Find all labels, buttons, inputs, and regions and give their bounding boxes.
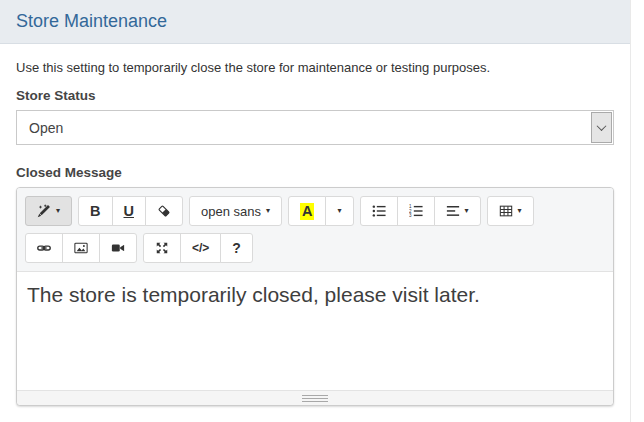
store-status-select[interactable]: Open — [16, 110, 614, 145]
font-color-icon: A — [300, 203, 314, 220]
code-view-icon: </> — [192, 241, 209, 255]
caret-down-icon: ▾ — [266, 207, 270, 215]
editor-statusbar — [17, 390, 613, 405]
bold-button[interactable]: B — [78, 196, 112, 226]
caret-down-icon: ▾ — [465, 207, 469, 215]
ordered-list-button[interactable]: 1 2 3 — [397, 196, 435, 226]
editor-paragraph: The store is temporarily closed, please … — [27, 283, 603, 307]
insert-picture-button[interactable] — [62, 233, 100, 263]
panel-body: Use this setting to temporarily close th… — [0, 44, 630, 406]
editor-resize-handle[interactable] — [302, 393, 328, 404]
store-maintenance-panel: Store Maintenance Use this setting to te… — [0, 0, 631, 422]
insert-link-button[interactable] — [25, 233, 63, 263]
font-family-dropdown-button[interactable]: open sans ▾ — [189, 196, 282, 226]
paragraph-align-dropdown-button[interactable]: ▾ — [434, 196, 481, 226]
svg-text:3: 3 — [409, 213, 412, 218]
caret-down-icon: ▾ — [518, 207, 522, 215]
paragraph-align-icon — [446, 204, 460, 218]
editor-toolbar: ▾ B U — [17, 188, 613, 272]
resize-handle-bar — [302, 398, 328, 399]
link-icon — [37, 241, 51, 255]
table-icon — [499, 204, 513, 218]
insert-video-button[interactable] — [99, 233, 137, 263]
picture-icon — [74, 241, 88, 255]
ordered-list-icon: 1 2 3 — [409, 204, 423, 218]
closed-message-label: Closed Message — [16, 165, 614, 180]
toolbar-row-1: ▾ B U — [25, 196, 605, 226]
code-view-button[interactable]: </> — [180, 233, 221, 263]
page-title: Store Maintenance — [16, 11, 167, 32]
underline-icon: U — [124, 203, 134, 219]
caret-down-icon: ▾ — [56, 207, 60, 215]
caret-down-icon: ▾ — [337, 207, 341, 215]
help-button[interactable]: ? — [220, 233, 253, 263]
description-text: Use this setting to temporarily close th… — [16, 60, 614, 75]
rich-text-editor: ▾ B U — [16, 187, 614, 406]
font-family-value: open sans — [201, 204, 261, 219]
select-dropdown-button[interactable] — [591, 112, 612, 143]
store-status-label: Store Status — [16, 88, 614, 103]
fullscreen-icon — [155, 241, 169, 255]
store-status-value: Open — [17, 120, 63, 136]
editor-content-area[interactable]: The store is temporarily closed, please … — [17, 272, 613, 390]
video-icon — [111, 241, 125, 255]
bold-icon: B — [90, 203, 100, 219]
chevron-down-icon — [597, 121, 607, 131]
font-color-dropdown-button[interactable]: ▾ — [325, 196, 353, 226]
unordered-list-icon — [372, 204, 386, 218]
underline-button[interactable]: U — [112, 196, 146, 226]
toolbar-row-2: </> ? — [25, 233, 605, 263]
fullscreen-button[interactable] — [143, 233, 181, 263]
clear-format-button[interactable] — [145, 196, 183, 226]
resize-handle-bar — [302, 401, 328, 402]
style-dropdown-button[interactable]: ▾ — [25, 196, 72, 226]
eraser-icon — [157, 204, 171, 218]
panel-heading: Store Maintenance — [0, 0, 630, 44]
resize-handle-bar — [302, 395, 328, 396]
table-dropdown-button[interactable]: ▾ — [487, 196, 534, 226]
font-color-button[interactable]: A — [288, 196, 326, 226]
help-icon: ? — [232, 240, 241, 256]
unordered-list-button[interactable] — [360, 196, 398, 226]
magic-wand-icon — [37, 204, 51, 218]
